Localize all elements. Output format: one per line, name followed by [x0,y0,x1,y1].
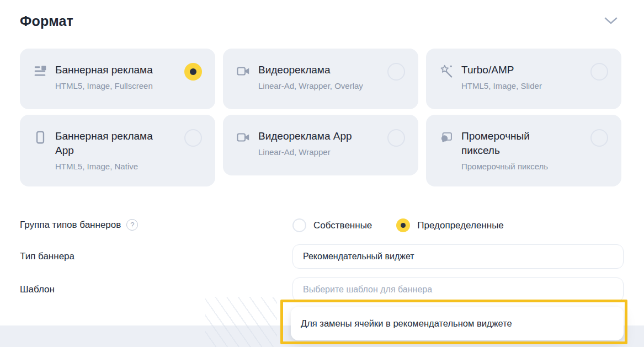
template-dropdown-option[interactable]: Для замены ячейки в рекомендательном вид… [291,307,624,340]
card-subtitle: Linear-Ad, Wrapper [258,146,380,158]
card-subtitle: HTML5, Image, Fullscreen [55,80,177,92]
radio-option-own[interactable]: Собственные [292,218,372,232]
radio-indicator[interactable] [292,218,306,232]
card-title: Баннерная реклама [55,63,177,77]
radio-indicator[interactable] [590,63,608,81]
format-card-video-app[interactable]: Видеореклама App Linear-Ad, Wrapper [223,115,418,175]
format-card-video[interactable]: Видеореклама Linear-Ad, Wrapper, Overlay [223,49,418,109]
radio-indicator[interactable] [396,218,410,232]
format-card-banner[interactable]: Баннерная реклама HTML5, Image, Fullscre… [20,49,215,109]
radio-indicator[interactable] [184,63,202,81]
chevron-down-icon[interactable] [604,17,618,25]
card-subtitle: HTML5, Image, Native [55,161,177,172]
card-title: Turbo/AMP [461,63,583,77]
template-select-input[interactable] [292,277,624,302]
magic-wand-icon [439,64,454,78]
format-card-pixel[interactable]: Промерочный пиксель Промерочный пиксель [426,115,621,186]
banner-group-radio-group: Собственные Предопределенные [292,218,504,232]
card-subtitle: HTML5, Image, Slider [461,80,583,92]
pixel-shapes-icon [439,130,454,145]
radio-option-predefined[interactable]: Предопределенные [396,218,504,232]
banner-type-input[interactable] [292,244,624,269]
card-subtitle: Промерочный пиксель [461,161,583,172]
format-card-banner-app[interactable]: Баннерная реклама App HTML5, Image, Nati… [20,115,215,186]
format-card-grid: Баннерная реклама HTML5, Image, Fullscre… [20,49,621,186]
card-title: Баннерная реклама App [55,129,153,158]
banner-type-label: Тип баннера [20,251,74,262]
card-title: Видеореклама [258,63,380,77]
background-pattern [205,297,277,347]
radio-label: Собственные [313,220,372,231]
radio-indicator[interactable] [387,129,405,147]
radio-label: Предопределенные [417,220,504,231]
radio-indicator[interactable] [590,129,608,147]
format-section: Формат Баннерная реклама HTML5, Image, F… [0,0,644,347]
radio-indicator[interactable] [184,129,202,147]
video-ad-icon [236,130,251,145]
help-icon[interactable]: ? [126,219,138,231]
banner-group-label: Группа типов баннеров ? [20,219,138,231]
card-title: Видеореклама App [258,129,380,143]
format-card-turbo-amp[interactable]: Turbo/AMP HTML5, Image, Slider [426,49,621,109]
card-subtitle: Linear-Ad, Wrapper, Overlay [258,80,380,92]
video-ad-icon [236,64,251,78]
template-label: Шаблон [20,284,55,295]
banner-ad-icon [33,64,47,78]
card-title: Промерочный пиксель [461,129,544,158]
page-title: Формат [20,13,73,29]
radio-indicator[interactable] [387,63,405,81]
mobile-phone-icon [33,130,47,145]
